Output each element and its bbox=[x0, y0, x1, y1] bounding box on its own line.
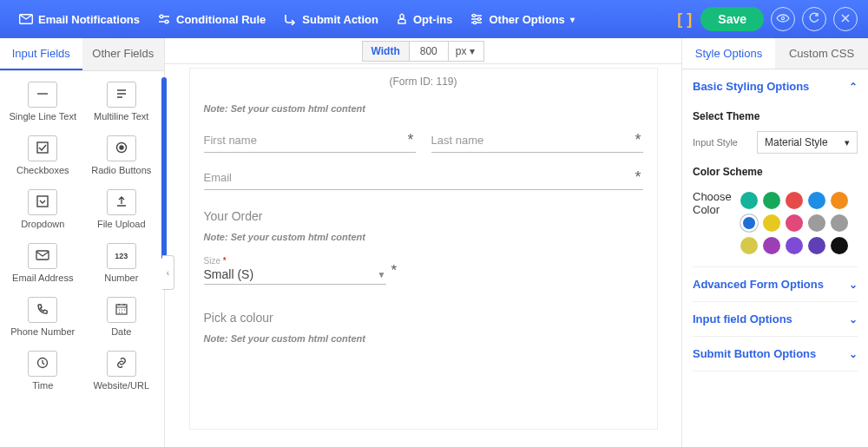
collapse-left-panel[interactable]: ‹ bbox=[162, 255, 174, 290]
width-label: Width bbox=[363, 42, 410, 61]
tab-style-options[interactable]: Style Options bbox=[682, 38, 775, 69]
preview-button[interactable] bbox=[771, 7, 795, 31]
field-label: Multiline Text bbox=[84, 111, 160, 122]
svg-rect-10 bbox=[37, 196, 48, 207]
last-name-field[interactable]: Last name* bbox=[431, 128, 643, 153]
clock-icon bbox=[36, 357, 49, 371]
tab-input-fields[interactable]: Input Fields bbox=[0, 38, 82, 70]
color-swatch[interactable] bbox=[740, 192, 758, 209]
form-canvas[interactable]: (Form ID: 119) Note: Set your custom htm… bbox=[189, 68, 658, 430]
menu-opt-ins[interactable]: Opt-ins bbox=[387, 0, 462, 38]
width-unit-dropdown[interactable]: px ▾ bbox=[449, 42, 484, 61]
field-label: Website/URL bbox=[84, 380, 160, 391]
color-swatch[interactable] bbox=[831, 214, 848, 232]
refresh-button[interactable] bbox=[802, 7, 826, 31]
chevron-down-icon: ⌄ bbox=[849, 279, 858, 291]
input-style-value: Material Style bbox=[765, 136, 828, 148]
field-label: Time bbox=[5, 380, 81, 391]
required-asterisk: * bbox=[635, 168, 642, 187]
color-swatch[interactable] bbox=[808, 237, 825, 254]
color-swatch[interactable] bbox=[740, 214, 758, 232]
acc-basic-styling[interactable]: Basic Styling Options ⌃ bbox=[693, 69, 858, 103]
field-website-url[interactable]: Website/URL bbox=[82, 345, 161, 399]
field-palette: Single Line Text Multiline Text Checkbox… bbox=[0, 71, 164, 447]
close-button[interactable] bbox=[833, 7, 858, 31]
color-swatch[interactable] bbox=[831, 192, 848, 209]
color-swatch[interactable] bbox=[808, 192, 825, 209]
radio-icon bbox=[115, 141, 128, 156]
field-time[interactable]: Time bbox=[3, 345, 82, 399]
left-panel: Input Fields Other Fields Single Line Te… bbox=[0, 38, 165, 447]
acc-advanced-form[interactable]: Advanced Form Options ⌄ bbox=[693, 267, 858, 301]
last-name-placeholder: Last name bbox=[431, 134, 484, 147]
field-email-address[interactable]: Email Address bbox=[3, 238, 82, 292]
chevron-down-icon: ▾ bbox=[570, 15, 575, 24]
caret-down-icon: ▾ bbox=[845, 137, 850, 148]
field-label: Email Address bbox=[5, 273, 81, 283]
required-asterisk: * bbox=[635, 131, 642, 149]
first-name-field[interactable]: First name* bbox=[204, 128, 416, 153]
svg-point-5 bbox=[474, 21, 477, 23]
color-swatch[interactable] bbox=[808, 214, 825, 232]
tab-other-fields[interactable]: Other Fields bbox=[82, 38, 165, 70]
menu-label: Email Notifications bbox=[38, 13, 140, 26]
field-label: Dropdown bbox=[5, 219, 81, 229]
tab-custom-css[interactable]: Custom CSS bbox=[775, 38, 868, 69]
color-swatch[interactable] bbox=[763, 214, 780, 232]
refresh-icon bbox=[808, 12, 820, 27]
field-label: Radio Buttons bbox=[84, 165, 160, 175]
select-theme-label: Select Theme bbox=[693, 110, 858, 122]
brackets-icon[interactable]: [ ] bbox=[668, 10, 700, 29]
link-icon bbox=[115, 357, 128, 371]
email-field[interactable]: Email* bbox=[204, 165, 643, 190]
menu-other-options[interactable]: Other Options ▾ bbox=[461, 0, 582, 38]
field-multiline-text[interactable]: Multiline Text bbox=[82, 76, 161, 130]
svg-point-9 bbox=[120, 146, 123, 149]
width-unit-text: px bbox=[456, 45, 467, 57]
save-button[interactable]: Save bbox=[700, 7, 764, 31]
custom-html-note: Note: Set your custom html content bbox=[204, 103, 643, 114]
phone-icon bbox=[36, 303, 49, 318]
field-radio-buttons[interactable]: Radio Buttons bbox=[82, 130, 161, 184]
left-scrollbar[interactable] bbox=[161, 77, 167, 260]
field-number[interactable]: 123 Number bbox=[82, 238, 161, 292]
field-date[interactable]: Date bbox=[82, 292, 161, 345]
color-swatch[interactable] bbox=[786, 237, 803, 254]
field-checkboxes[interactable]: Checkboxes bbox=[3, 130, 82, 184]
color-swatch[interactable] bbox=[740, 237, 758, 254]
top-menu-bar: Email Notifications Conditional Rule Sub… bbox=[0, 0, 868, 38]
single-line-icon bbox=[36, 89, 49, 102]
field-label: Phone Number bbox=[5, 326, 81, 337]
svg-rect-7 bbox=[37, 142, 48, 153]
svg-point-2 bbox=[165, 20, 168, 23]
acc-title: Advanced Form Options bbox=[693, 278, 824, 291]
color-swatch[interactable] bbox=[763, 192, 780, 209]
mail-icon bbox=[19, 14, 33, 24]
menu-email-notifications[interactable]: Email Notifications bbox=[10, 0, 148, 38]
menu-submit-action[interactable]: Submit Action bbox=[274, 0, 387, 38]
width-value[interactable]: 800 bbox=[410, 42, 449, 61]
svg-point-1 bbox=[160, 15, 163, 18]
menu-conditional-rule[interactable]: Conditional Rule bbox=[148, 0, 274, 38]
eye-icon bbox=[776, 13, 790, 26]
caret-down-icon: ▾ bbox=[470, 45, 475, 57]
width-control[interactable]: Width 800 px ▾ bbox=[362, 41, 485, 62]
menu-label: Other Options bbox=[489, 13, 564, 26]
acc-title: Submit Button Options bbox=[693, 347, 816, 360]
required-asterisk: * bbox=[391, 262, 398, 279]
input-style-select[interactable]: Material Style ▾ bbox=[757, 131, 858, 154]
acc-submit-button[interactable]: Submit Button Options ⌄ bbox=[693, 337, 858, 371]
color-swatch[interactable] bbox=[786, 192, 803, 209]
color-swatch[interactable] bbox=[763, 237, 780, 254]
chevron-down-icon: ⌄ bbox=[849, 313, 858, 325]
size-label: Size * bbox=[204, 256, 643, 266]
acc-input-field[interactable]: Input field Options ⌄ bbox=[693, 302, 858, 336]
field-single-line-text[interactable]: Single Line Text bbox=[3, 76, 82, 130]
field-file-upload[interactable]: File Upload bbox=[82, 184, 161, 238]
field-dropdown[interactable]: Dropdown bbox=[3, 184, 82, 238]
color-swatch[interactable] bbox=[786, 214, 803, 232]
field-phone-number[interactable]: Phone Number bbox=[3, 292, 82, 345]
chevron-up-icon: ⌃ bbox=[849, 81, 858, 93]
size-select[interactable]: Small (S) ▼ bbox=[204, 266, 386, 285]
color-swatch[interactable] bbox=[831, 237, 848, 254]
